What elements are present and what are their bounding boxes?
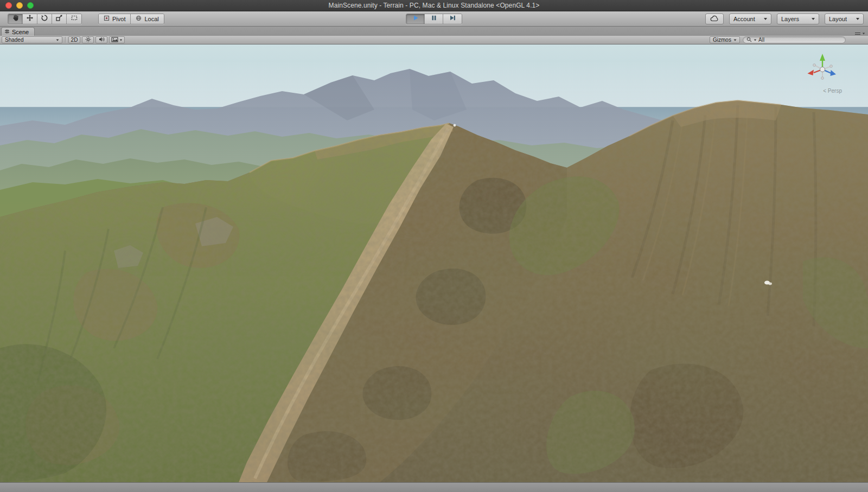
local-icon bbox=[136, 15, 142, 22]
chevron-down-icon bbox=[56, 39, 59, 41]
gizmos-dropdown[interactable]: Gizmos bbox=[710, 36, 740, 43]
toolbar-right-group: Account Layers Layout bbox=[705, 14, 864, 24]
pause-icon bbox=[430, 14, 438, 24]
chevron-down-icon bbox=[856, 18, 859, 20]
white-particle bbox=[763, 279, 774, 289]
chevron-down-icon bbox=[812, 18, 815, 20]
scale-tool-button[interactable] bbox=[52, 14, 67, 24]
search-value: All bbox=[758, 37, 764, 43]
collab-cloud-button[interactable] bbox=[705, 14, 724, 24]
rect-tool-button[interactable] bbox=[67, 14, 81, 24]
minimize-button[interactable] bbox=[16, 2, 23, 9]
chevron-down-icon bbox=[120, 39, 122, 41]
unity-editor-window: MainScene.unity - Terrain - PC, Mac & Li… bbox=[0, 0, 868, 492]
effects-toggle-button[interactable] bbox=[109, 36, 125, 43]
zoom-button[interactable] bbox=[27, 2, 34, 9]
scene-viewport[interactable]: < Persp bbox=[0, 44, 868, 482]
rotate-tool-button[interactable] bbox=[37, 14, 52, 24]
chevron-down-icon bbox=[764, 18, 767, 20]
local-toggle-button[interactable]: Local bbox=[131, 14, 163, 24]
hamburger-menu-icon bbox=[854, 29, 861, 39]
chevron-down-icon bbox=[863, 33, 865, 35]
hand-icon bbox=[11, 14, 19, 24]
titlebar: MainScene.unity - Terrain - PC, Mac & Li… bbox=[0, 0, 868, 11]
account-dropdown[interactable]: Account bbox=[729, 14, 771, 24]
window-title: MainScene.unity - Terrain - PC, Mac & Li… bbox=[0, 2, 868, 9]
status-bar bbox=[0, 482, 868, 492]
chevron-down-icon bbox=[734, 39, 737, 41]
search-icon bbox=[746, 37, 752, 43]
scale-icon bbox=[55, 14, 63, 24]
image-effects-icon bbox=[111, 37, 118, 43]
orientation-gizmo[interactable] bbox=[805, 51, 840, 86]
scene-grid-icon bbox=[4, 29, 10, 35]
step-icon bbox=[448, 14, 457, 24]
traffic-lights bbox=[5, 2, 34, 9]
move-icon bbox=[26, 14, 34, 24]
pivot-icon bbox=[104, 15, 110, 22]
scene-control-right: Gizmos All bbox=[710, 36, 846, 43]
layers-label: Layers bbox=[781, 16, 799, 22]
play-icon bbox=[411, 14, 420, 24]
pause-button[interactable] bbox=[425, 14, 443, 24]
pivot-local-group: Pivot Local bbox=[98, 14, 164, 24]
layout-label: Layout bbox=[829, 16, 847, 22]
local-label: Local bbox=[144, 16, 158, 22]
close-button[interactable] bbox=[5, 2, 12, 9]
layers-dropdown[interactable]: Layers bbox=[777, 14, 819, 24]
toggle-2d-button[interactable]: 2D bbox=[68, 36, 80, 43]
2d-label: 2D bbox=[71, 37, 78, 43]
playmode-group bbox=[406, 14, 462, 24]
rotate-icon bbox=[41, 14, 48, 24]
audio-toggle-button[interactable] bbox=[95, 36, 107, 43]
account-label: Account bbox=[733, 16, 755, 22]
perspective-mode-label[interactable]: < Persp bbox=[823, 88, 842, 94]
pivot-label: Pivot bbox=[112, 16, 125, 22]
rect-tool-icon bbox=[71, 14, 78, 24]
lighting-toggle-button[interactable] bbox=[82, 36, 94, 43]
panel-menu-button[interactable] bbox=[854, 29, 865, 39]
gizmos-label: Gizmos bbox=[713, 37, 731, 43]
shading-mode-dropdown[interactable]: Shaded bbox=[2, 36, 62, 43]
hand-tool-button[interactable] bbox=[8, 14, 23, 24]
transform-tools-group bbox=[8, 14, 82, 24]
scene-control-bar: Shaded 2D Gizmos All bbox=[0, 36, 868, 44]
play-button[interactable] bbox=[406, 14, 425, 24]
scene-tab-label: Scene bbox=[12, 29, 29, 35]
panel-tab-bar: Scene bbox=[0, 27, 868, 36]
sun-icon bbox=[85, 36, 91, 43]
pivot-toggle-button[interactable]: Pivot bbox=[99, 14, 131, 24]
search-filter-chevron-icon bbox=[754, 39, 756, 41]
terrain-render bbox=[0, 44, 868, 482]
scene-search-input[interactable]: All bbox=[743, 36, 846, 43]
main-toolbar: Pivot Local Account bbox=[0, 11, 868, 27]
speaker-icon bbox=[99, 36, 105, 43]
separator bbox=[65, 37, 66, 43]
step-button[interactable] bbox=[443, 14, 462, 24]
cloud-icon bbox=[710, 15, 719, 23]
shading-mode-label: Shaded bbox=[5, 37, 23, 43]
layout-dropdown[interactable]: Layout bbox=[825, 14, 864, 24]
scene-tab[interactable]: Scene bbox=[1, 27, 35, 36]
move-tool-button[interactable] bbox=[23, 14, 37, 24]
